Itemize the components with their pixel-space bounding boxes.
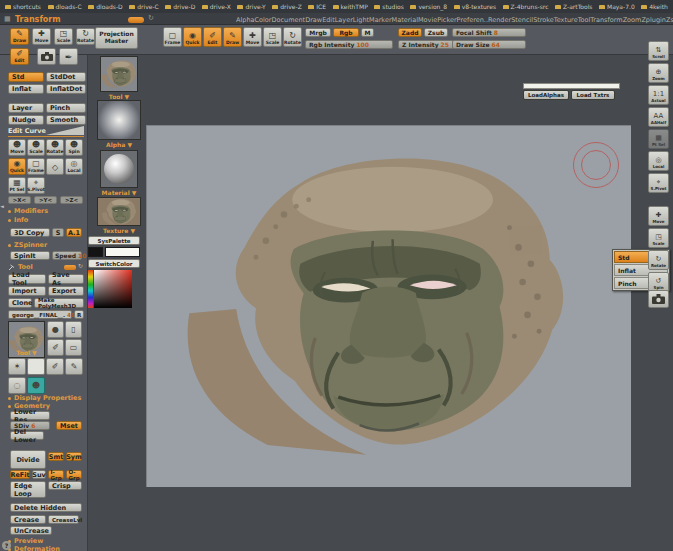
transform-mode-button[interactable]: ◉ Quick (183, 27, 202, 47)
shortcut-item[interactable]: drive-Z (272, 3, 301, 10)
deformation-header[interactable]: Deformation (8, 545, 60, 551)
right-strip-button[interactable]: 1:1 Actual (648, 85, 669, 105)
effect-button[interactable]: Smooth (46, 115, 86, 125)
uncrease-button[interactable]: UnCrease (10, 526, 52, 535)
ogrp-button[interactable]: O-Grp (66, 470, 82, 479)
secondary-color-swatch[interactable] (105, 247, 140, 257)
switch-color-button[interactable]: SwitchColor (88, 259, 140, 268)
load-alphas-button[interactable]: LoadAlphas (523, 90, 569, 100)
brush-button[interactable]: StdDot (46, 72, 86, 82)
view-icon-button[interactable]: ◉ Quick (8, 158, 26, 175)
divide-button[interactable]: Divide (10, 450, 46, 469)
info-header[interactable]: Info (8, 216, 28, 224)
alpha-thumb[interactable] (97, 100, 141, 140)
document-canvas[interactable] (146, 125, 631, 487)
copy-s-field[interactable]: S (52, 228, 64, 237)
focal-shift-slider[interactable]: Focal Shift 8 (452, 28, 526, 37)
shortcut-item[interactable]: dloads-C (48, 3, 82, 10)
help-button[interactable]: ? (2, 541, 11, 550)
right-strip-button[interactable]: ◳ Scale (648, 228, 669, 248)
tool-preview-thumb[interactable] (100, 56, 138, 92)
draw-mode-button[interactable]: ↻ Rotate (76, 28, 95, 45)
current-tool-thumbnail[interactable]: Tool ▼ (8, 321, 45, 358)
right-strip-button[interactable]: ▦ Pt Sel (648, 129, 669, 149)
clone-button[interactable]: Clone (8, 298, 32, 308)
marker-button[interactable]: ✒ (59, 48, 78, 65)
texture-thumb[interactable] (97, 197, 141, 226)
main-color-swatch[interactable] (88, 247, 103, 257)
transform-mode-button[interactable]: ↻ Rotate (283, 27, 302, 47)
view-icon-button[interactable]: ◎ Local (65, 158, 83, 175)
tool-slot[interactable]: ✐ (47, 339, 64, 356)
lower-res-button[interactable]: Lower Res (10, 411, 50, 420)
menu-item[interactable]: Stencil (511, 16, 533, 24)
shortcut-item[interactable]: Z-artTools (555, 3, 592, 10)
transform-mode-button[interactable]: ✚ Move (243, 27, 262, 47)
modifiers-header[interactable]: Modifiers (8, 207, 48, 215)
alpha-section-label[interactable]: Alpha ▼ (97, 141, 141, 148)
crease-lvl-button[interactable]: CreaseLvl (48, 515, 79, 524)
transform-icon-button[interactable]: ☻ Scale (27, 139, 45, 156)
shortcut-item[interactable]: shortcuts (5, 3, 41, 10)
3d-copy-button[interactable]: 3D Copy (10, 228, 50, 237)
r-button[interactable]: R (74, 310, 84, 319)
shortcut-item[interactable]: 4keith (641, 3, 668, 10)
tool-refresh-icon[interactable]: ↻ (78, 262, 83, 269)
loader-title-bar[interactable] (523, 83, 620, 89)
brush-button[interactable]: Std (8, 72, 44, 82)
draw-size-slider[interactable]: Draw Size 64 (452, 40, 526, 49)
tool-slot[interactable]: ▭ (65, 339, 82, 356)
right-strip-button[interactable]: ↺ Spin (648, 272, 669, 292)
preview-header[interactable]: Preview (8, 537, 43, 545)
shortcut-item[interactable]: v8-textures (454, 3, 496, 10)
brush-button[interactable]: InflatDot (46, 84, 86, 94)
menu-item[interactable]: Marker (369, 16, 391, 24)
menu-item[interactable]: Document (271, 16, 305, 24)
rgb-intensity-slider[interactable]: Rgb Intensity 100 (305, 40, 393, 49)
right-strip-button[interactable]: ◎ Local (648, 151, 669, 171)
zsub-button[interactable]: Zsub (424, 28, 448, 37)
smt-button[interactable]: Smt (48, 452, 64, 461)
tool-slot[interactable]: ✐ (46, 358, 64, 375)
shortcut-item[interactable]: studios (374, 3, 404, 10)
load-tool-button[interactable]: Load Tool (8, 274, 46, 284)
spinit-button[interactable]: SpinIt (10, 251, 50, 260)
menu-item[interactable]: Edit (322, 16, 335, 24)
right-strip-button[interactable]: ✚ Move (648, 206, 669, 226)
mset-button[interactable]: Mset (56, 421, 82, 430)
crease-button[interactable]: Crease (10, 515, 46, 524)
edit-curve-label[interactable]: Edit Curve (8, 127, 46, 135)
export-button[interactable]: Export (48, 286, 84, 296)
transform-icon-button[interactable]: ☻ Rotate (46, 139, 64, 156)
tool-name-field[interactable]: george__FINAL__. 49 (8, 310, 72, 319)
draw-mode-button[interactable]: ✎ Draw (10, 28, 29, 45)
menu-item[interactable]: Color (254, 16, 271, 24)
panel-collapse-arrow[interactable]: ◄ (0, 203, 4, 209)
tool-slot[interactable]: ▯ (65, 321, 82, 338)
edit-button[interactable]: ✐ Edit (10, 48, 29, 65)
shortcut-item[interactable]: drive-Y (237, 3, 265, 10)
edge-loop-button[interactable]: Edge Loop (10, 481, 46, 498)
right-strip-button[interactable]: ↻ Rotate (648, 250, 669, 270)
palette-toggle[interactable] (128, 17, 144, 23)
menu-item[interactable]: Alpha (236, 16, 254, 24)
menu-item[interactable]: Zscript (666, 16, 673, 24)
menu-item[interactable]: Picker (437, 16, 456, 24)
shortcut-item[interactable]: keithTMP (333, 3, 368, 10)
copy-a1-button[interactable]: A.1 (66, 228, 82, 237)
menu-item[interactable]: Zoom (623, 16, 642, 24)
shortcut-item[interactable]: drive-X (202, 3, 231, 10)
shortcut-item[interactable]: drive-D (165, 3, 195, 10)
transform-mode-button[interactable]: ✎ Draw (223, 27, 242, 47)
menu-item[interactable]: Zplugin (641, 16, 666, 24)
sym-button[interactable]: Sym (66, 452, 82, 461)
effect-button[interactable]: Nudge (8, 115, 44, 125)
tool-slot[interactable]: ☻ (27, 377, 45, 394)
igrp-button[interactable]: I-Grp (48, 470, 64, 479)
material-section-label[interactable]: Material ▼ (100, 189, 138, 196)
zspinner-header[interactable]: ZSpinner (8, 241, 47, 249)
zadd-button[interactable]: Zadd (398, 28, 422, 37)
effect-button[interactable]: Layer (8, 103, 44, 113)
load-txtrs-button[interactable]: Load Txtrs (571, 90, 615, 100)
right-strip-button[interactable]: ⌖ S.Pivot (648, 173, 669, 193)
